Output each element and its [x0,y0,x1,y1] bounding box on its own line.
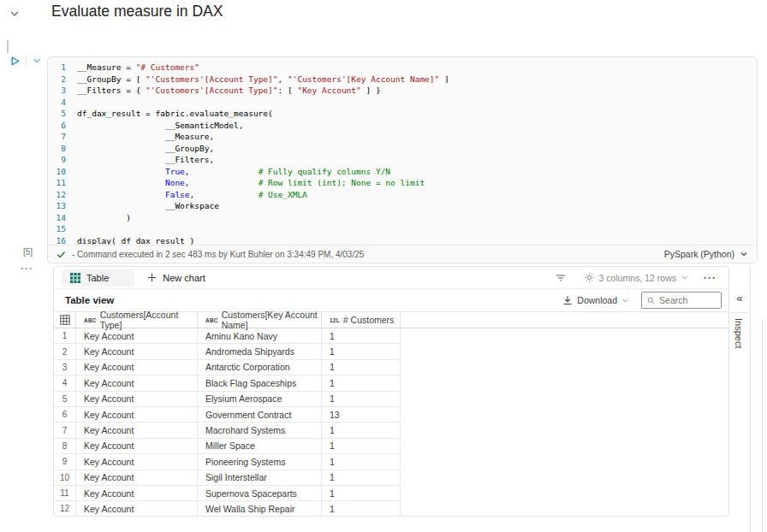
row-filler [401,328,728,344]
line-number: 15 [48,223,77,235]
code-line: 11 None, # Row limit (int); None = no li… [48,177,757,189]
inspect-strip: « Inspect [729,266,751,532]
search-input[interactable] [659,295,716,305]
table-cell: 1 [322,501,401,517]
code-line: 8 __GroupBy, [48,143,757,155]
table-cell: 13 [322,407,401,423]
table-cell: Wel Walla Ship Repair [198,501,322,517]
row-filler [401,375,728,391]
table-row[interactable]: 9Key AccountPioneering Systems1 [54,454,728,470]
run-cell-button[interactable] [9,56,21,67]
code-line: 16display( df_dax_result ) [48,235,757,245]
table-cell: Key Account [76,328,198,344]
table-cell: 7 [54,423,76,438]
code-cell: 1__Measure = "# Customers"2__GroupBy = [… [47,56,758,263]
scrollbar[interactable] [762,320,763,532]
code-editor[interactable]: 1__Measure = "# Customers"2__GroupBy = [… [48,62,757,245]
code-line: 14 ) [48,212,757,224]
grid-summary: 3 columns, 12 rows [599,273,676,283]
table-row[interactable]: 6Key AccountGovernment Contract13 [54,407,728,423]
column-name: Customers[Account Type] [100,310,197,330]
filter-icon[interactable] [555,272,567,284]
plus-icon [147,273,157,282]
line-number: 11 [48,177,77,189]
output-panel: Table New chart 3 columns, 12 rows ··· T… [53,266,729,517]
line-number: 4 [48,97,77,109]
cell-gutter-mark [7,40,9,53]
table-cell: 1 [322,392,401,407]
table-cell: Key Account [76,360,198,375]
table-cell: 12 [54,501,76,517]
table-cell: Key Account [76,439,198,454]
grid-settings-button[interactable]: 3 columns, 12 rows [584,272,688,283]
line-number: 2 [48,74,77,86]
table-row[interactable]: 10Key AccountSigil Interstellar1 [54,470,728,486]
output-tab-bar: Table New chart 3 columns, 12 rows ··· [54,267,728,289]
cell-controls [9,55,42,67]
code-line: 10 True, # Fully qualify columns Y/N [48,166,757,178]
table-row[interactable]: 12Key AccountWel Walla Ship Repair1 [54,501,728,517]
line-number: 12 [48,189,77,201]
column-name: Customers[Key Account Name] [222,310,321,330]
table-cell: 5 [54,392,76,407]
line-number: 16 [48,235,77,245]
table-cell: 1 [54,328,76,344]
table-row[interactable]: 3Key AccountAntarctic Corporation1 [54,360,728,375]
table-cell: 1 [322,360,401,375]
table-cell: Antarctic Corporation [198,360,322,375]
table-row[interactable]: 5Key AccountElysium Aerospace1 [54,392,728,407]
cell-more-actions-button[interactable]: ··· [21,263,33,275]
header-filler [401,312,728,328]
table-row[interactable]: 2Key AccountAndromeda Shipyards1 [54,344,728,359]
new-chart-label: New chart [163,273,205,283]
table-cell: 1 [322,375,401,391]
column-header-key-account-name[interactable]: ABC Customers[Key Account Name] [198,312,322,328]
tab-table[interactable]: Table [62,269,134,287]
cell-status-bar: - Command executed in 2 sec 483 ms by Ku… [48,245,757,263]
table-header-row: ABC Customers[Account Type] ABC Customer… [54,312,728,328]
line-number: 10 [48,166,77,178]
download-button[interactable]: Download [562,295,629,305]
table-cell: 11 [54,486,76,501]
new-chart-button[interactable]: New chart [147,273,205,283]
code-line: 4 [48,97,757,109]
cell-collapse-chevron-icon[interactable] [32,56,42,66]
table-cell: Key Account [76,486,198,501]
table-cell: 1 [322,344,401,359]
table-row[interactable]: 11Key AccountSupernova Spaceparts1 [54,486,728,501]
section-collapse-chevron-icon[interactable] [9,8,21,23]
table-row[interactable]: 7Key AccountMacrohard Systems1 [54,423,728,438]
table-cell: 10 [54,470,76,486]
table-view-title: Table view [65,295,114,305]
code-line: 6 __SemanticModel, [48,120,757,132]
line-number: 8 [48,143,77,155]
column-type-icon: ABC [205,317,218,323]
column-header-customers[interactable]: 12L # Customers [322,312,401,328]
code-line: 9 __Filters, [48,154,757,166]
table-cell: Key Account [76,344,198,359]
row-filler [401,501,728,517]
table-cell: 2 [54,344,76,359]
table-cell: Andromeda Shipyards [198,344,322,359]
row-filler [401,360,728,375]
table-row[interactable]: 1Key AccountAminu Kano Navy1 [54,328,728,344]
download-icon [562,295,573,305]
code-line: 12 False, # Use_XMLA [48,189,757,201]
table-row[interactable]: 8Key AccountMiller Space1 [54,439,728,454]
select-table-icon[interactable] [54,312,76,328]
table-row[interactable]: 4Key AccountBlack Flag Spaceships1 [54,375,728,391]
table-cell: 1 [322,486,401,501]
table-cell: 1 [322,423,401,438]
row-filler [401,470,728,486]
column-header-account-type[interactable]: ABC Customers[Account Type] [76,312,198,328]
line-number: 13 [48,200,77,212]
table-grid-icon [70,273,80,283]
collapse-panel-icon[interactable]: « [729,292,750,304]
table-cell: 3 [54,360,76,375]
output-more-button[interactable]: ··· [704,272,716,284]
table-cell: Key Account [76,423,198,438]
row-filler [401,454,728,470]
inspect-tab[interactable]: Inspect [734,318,744,348]
tab-table-label: Table [86,273,109,283]
kernel-selector[interactable]: PySpark (Python) [664,249,748,259]
